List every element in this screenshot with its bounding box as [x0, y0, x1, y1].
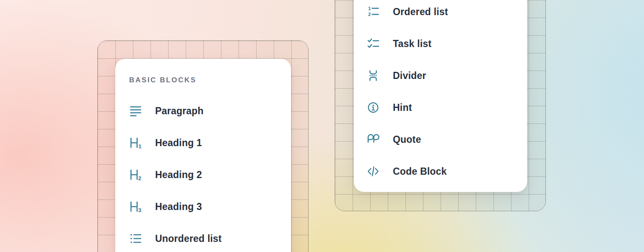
divider-icon: [367, 69, 379, 82]
menu-item-label: Heading 3: [155, 201, 202, 213]
basic-blocks-menu: BASIC BLOCKS Paragraph 1 Heading 1: [115, 59, 291, 252]
menu-item-divider[interactable]: Divider: [367, 60, 527, 92]
menu-item-heading-1[interactable]: 1 Heading 1: [129, 127, 291, 159]
quote-icon: [367, 133, 379, 146]
menu-item-code-block[interactable]: Code Block: [367, 155, 527, 187]
heading-1-icon: 1: [129, 136, 142, 149]
menu-item-label: Hint: [393, 102, 412, 113]
menu-item-label: Heading 1: [155, 137, 202, 149]
hint-icon: [367, 101, 379, 114]
menu-item-label: Paragraph: [155, 105, 204, 117]
menu-item-label: Ordered list: [393, 6, 448, 18]
menu-item-label: Unordered list: [155, 233, 222, 244]
unordered-list-icon: [129, 232, 142, 245]
menu-item-label: Heading 2: [155, 169, 202, 181]
menu-item-label: Divider: [393, 70, 426, 81]
menu-item-heading-2[interactable]: 2 Heading 2: [129, 159, 291, 191]
page-background: BASIC BLOCKS Paragraph 1 Heading 1: [0, 0, 644, 252]
menu-item-unordered-list[interactable]: Unordered list: [129, 223, 291, 252]
svg-text:1: 1: [138, 143, 142, 149]
svg-text:3: 3: [138, 207, 142, 213]
svg-text:2: 2: [368, 12, 371, 17]
menu-item-quote[interactable]: Quote: [367, 123, 527, 155]
menu-item-label: Quote: [393, 134, 421, 145]
svg-text:1: 1: [368, 6, 371, 11]
svg-text:2: 2: [138, 175, 142, 181]
menu-item-label: Task list: [393, 38, 431, 50]
menu-item-ordered-list[interactable]: 1 2 Ordered list: [367, 0, 527, 28]
paragraph-icon: [129, 105, 142, 117]
menu-item-task-list[interactable]: Task list: [367, 28, 527, 60]
blocks-menu-continued: 1 2 Ordered list Task list: [354, 0, 527, 192]
ordered-list-icon: 1 2: [367, 5, 379, 18]
menu-item-label: Code Block: [393, 166, 447, 177]
menu-item-heading-3[interactable]: 3 Heading 3: [129, 191, 291, 223]
heading-2-icon: 2: [129, 168, 142, 181]
task-list-icon: [367, 37, 379, 50]
menu-item-paragraph[interactable]: Paragraph: [129, 95, 291, 127]
section-label: BASIC BLOCKS: [129, 76, 291, 85]
heading-3-icon: 3: [129, 200, 142, 213]
menu-item-hint[interactable]: Hint: [367, 92, 527, 123]
code-block-icon: [367, 165, 379, 178]
